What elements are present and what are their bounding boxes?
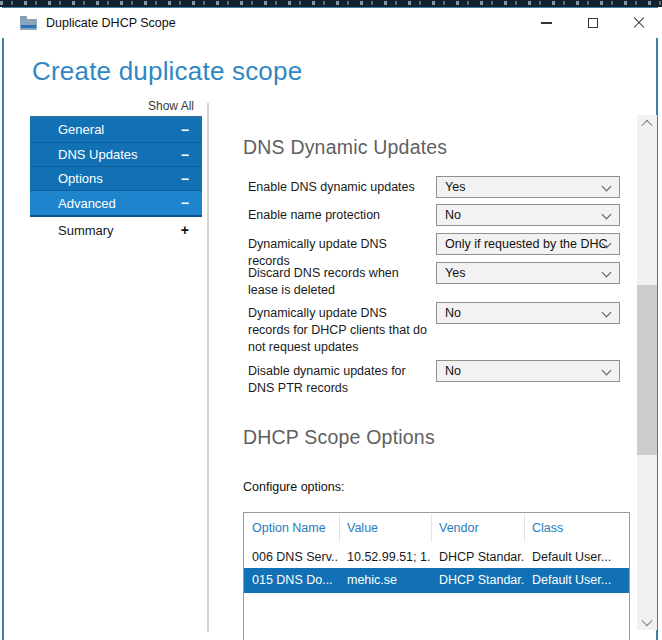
minimize-icon xyxy=(541,22,552,24)
dynamically-update-dns-records-dropdown[interactable]: Only if requested by the DHC xyxy=(436,233,620,255)
table-row-015-dns-domain-selected[interactable]: 015 DNS Do... mehic.se DHCP Standar... D… xyxy=(244,568,629,593)
chevron-down-icon xyxy=(641,614,652,625)
dhcp-scope-icon xyxy=(20,16,37,30)
field-label: Disable dynamic updates for DNS PTR reco… xyxy=(248,363,430,397)
collapse-icon: − xyxy=(181,118,189,142)
nav-item-advanced[interactable]: Advanced − xyxy=(30,190,202,215)
background-window-strip xyxy=(0,0,662,7)
vertical-scrollbar[interactable] xyxy=(637,115,657,630)
field-update-for-non-requesting-clients: Dynamically update DNS records for DHCP … xyxy=(243,302,630,326)
field-enable-name-protection: Enable name protection No xyxy=(243,204,630,228)
background-window-text-fragments xyxy=(0,1,662,5)
chevron-down-icon xyxy=(602,182,612,192)
enable-dns-dynamic-updates-dropdown[interactable]: Yes xyxy=(436,176,620,198)
scroll-up-button[interactable] xyxy=(637,115,657,132)
nav-item-options[interactable]: Options − xyxy=(30,166,202,190)
nav-item-label: Summary xyxy=(58,223,114,238)
maximize-button[interactable] xyxy=(577,8,609,38)
maximize-icon xyxy=(588,18,598,28)
column-separator xyxy=(524,514,525,542)
show-all-link[interactable]: Show All xyxy=(30,99,194,115)
nav-item-summary[interactable]: Summary + xyxy=(30,217,202,244)
field-discard-dns-records: Discard DNS records when lease is delete… xyxy=(243,262,630,286)
column-header-vendor[interactable]: Vendor xyxy=(431,513,524,543)
configure-options-label: Configure options: xyxy=(243,480,344,494)
minimize-button[interactable] xyxy=(530,8,562,38)
options-table: Option Name Value Vendor Class 006 DNS S… xyxy=(243,512,630,640)
nav-item-general[interactable]: General − xyxy=(30,118,202,142)
field-label: Enable DNS dynamic updates xyxy=(248,179,430,196)
window-title: Duplicate DHCP Scope xyxy=(46,8,176,38)
nav-item-label: Advanced xyxy=(58,196,116,211)
scroll-down-button[interactable] xyxy=(637,613,657,630)
field-enable-dns-dynamic-updates: Enable DNS dynamic updates Yes xyxy=(243,176,630,200)
collapse-icon: − xyxy=(181,167,189,191)
nav-item-label: DNS Updates xyxy=(58,147,137,162)
column-header-class[interactable]: Class xyxy=(524,513,629,543)
column-header-value[interactable]: Value xyxy=(339,513,431,543)
column-header-option-name[interactable]: Option Name xyxy=(244,513,339,543)
column-separator xyxy=(339,514,340,542)
collapse-icon: − xyxy=(181,191,189,216)
chevron-down-icon xyxy=(602,210,612,220)
field-label: Discard DNS records when lease is delete… xyxy=(248,265,430,299)
chevron-down-icon xyxy=(602,366,612,376)
nav-item-label: General xyxy=(58,122,104,137)
enable-name-protection-dropdown[interactable]: No xyxy=(436,204,620,226)
content-separator xyxy=(207,103,209,632)
disable-ptr-updates-dropdown[interactable]: No xyxy=(436,360,620,382)
chevron-up-icon xyxy=(641,119,652,130)
dns-section-title: DNS Dynamic Updates xyxy=(243,136,447,159)
nav-item-dns-updates[interactable]: DNS Updates − xyxy=(30,142,202,166)
field-disable-ptr-updates: Disable dynamic updates for DNS PTR reco… xyxy=(243,360,630,384)
column-separator xyxy=(431,514,432,542)
close-button[interactable] xyxy=(623,8,655,38)
chevron-down-icon xyxy=(602,268,612,278)
scrollbar-thumb[interactable] xyxy=(637,285,657,455)
chevron-down-icon xyxy=(602,308,612,318)
collapse-icon: − xyxy=(181,143,189,167)
page-title: Create duplicate scope xyxy=(32,56,302,87)
field-label: Enable name protection xyxy=(248,207,430,224)
title-bar: Duplicate DHCP Scope xyxy=(2,8,658,38)
close-icon xyxy=(633,17,645,29)
wizard-nav: General − DNS Updates − Options − Advanc… xyxy=(30,116,202,244)
nav-item-label: Options xyxy=(58,171,103,186)
discard-dns-records-dropdown[interactable]: Yes xyxy=(436,262,620,284)
table-row-006-dns-servers[interactable]: 006 DNS Serv... 10.52.99.51; 1... DHCP S… xyxy=(244,546,629,568)
field-dynamically-update-dns-records: Dynamically update DNS records Only if r… xyxy=(243,233,630,257)
options-section-title: DHCP Scope Options xyxy=(243,426,435,449)
field-label: Dynamically update DNS records for DHCP … xyxy=(248,305,430,356)
expand-icon: + xyxy=(181,217,189,244)
update-for-non-requesting-clients-dropdown[interactable]: No xyxy=(436,302,620,324)
